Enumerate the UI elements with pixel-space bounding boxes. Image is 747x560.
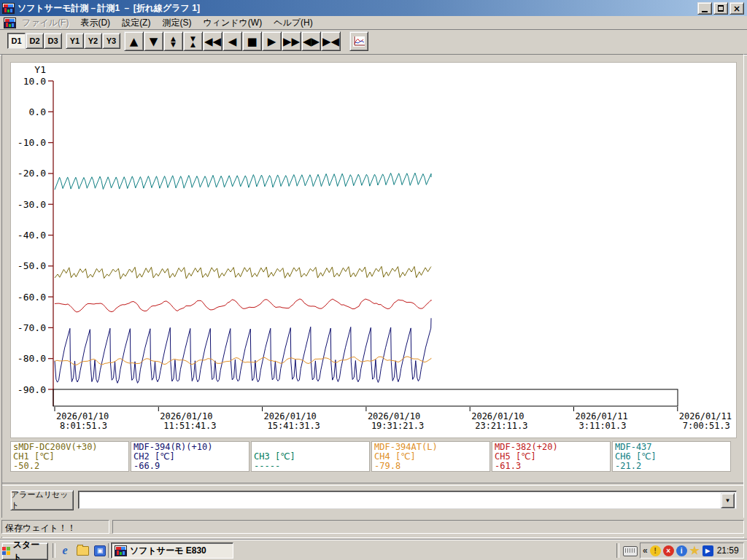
menu-measure[interactable]: 測定(S) bbox=[156, 16, 197, 30]
menu-file[interactable]: ファイル(F) bbox=[16, 16, 74, 30]
channel-value: -61.3 bbox=[495, 462, 608, 471]
menu-help[interactable]: ヘルプ(H) bbox=[268, 16, 319, 30]
legend-ch6: MDF-437 CH6 [℃] -21.2 bbox=[612, 441, 731, 472]
svg-text:0.0: 0.0 bbox=[29, 106, 46, 117]
close-button[interactable]: × bbox=[729, 2, 744, 15]
svg-text:10.0: 10.0 bbox=[23, 76, 46, 87]
separator bbox=[2, 483, 743, 486]
svg-text:-60.0: -60.0 bbox=[18, 292, 46, 303]
svg-text:8:01:51.3: 8:01:51.3 bbox=[60, 421, 107, 431]
folder-icon[interactable] bbox=[76, 544, 89, 557]
keyboard-icon[interactable] bbox=[623, 546, 638, 556]
svg-text:-70.0: -70.0 bbox=[18, 322, 46, 333]
menu-window[interactable]: ウィンドウ(W) bbox=[197, 16, 268, 30]
toolbar-scroll-down-button[interactable]: ▼ bbox=[144, 31, 163, 51]
taskbar: スタート e ▣ ソフトサーモ E830 « ! × i ★ ▶ 21:59 bbox=[0, 540, 747, 560]
channel-value: -79.8 bbox=[374, 462, 487, 471]
svg-text:3:11:01.3: 3:11:01.3 bbox=[579, 421, 627, 431]
channel-value: -50.2 bbox=[13, 462, 126, 471]
svg-text:-20.0: -20.0 bbox=[18, 168, 46, 179]
toolbar-expand-vertical-button[interactable]: ▲▼ bbox=[163, 31, 183, 51]
svg-text:2026/01/10: 2026/01/10 bbox=[160, 411, 212, 421]
chart-canvas: 10.00.0-10.0-20.0-30.0-40.0-50.0-60.0-70… bbox=[11, 63, 736, 438]
channel-legend: sMDF-DC200V(+30) CH1 [℃] -50.2 MDF-394(R… bbox=[10, 441, 737, 472]
line-chart[interactable]: 10.00.0-10.0-20.0-30.0-40.0-50.0-60.0-70… bbox=[10, 62, 737, 438]
legend-ch5: MDF-382(+20) CH5 [℃] -61.3 bbox=[492, 441, 611, 472]
toolbar-expand-horizontal-button[interactable]: ◀▶ bbox=[301, 31, 321, 51]
document-icon[interactable] bbox=[4, 18, 16, 28]
toolbar-compress-vertical-button[interactable]: ▼▲ bbox=[183, 31, 203, 51]
desktop-app-icon[interactable]: ▣ bbox=[93, 544, 107, 557]
channel-value: -21.2 bbox=[615, 462, 728, 471]
svg-text:2026/01/10: 2026/01/10 bbox=[471, 411, 524, 421]
channel-value: ----- bbox=[254, 462, 367, 471]
svg-text:2026/01/11: 2026/01/11 bbox=[679, 411, 732, 421]
svg-text:15:41:31.3: 15:41:31.3 bbox=[268, 421, 320, 431]
svg-text:-30.0: -30.0 bbox=[18, 199, 46, 210]
alarm-reset-button[interactable]: アラームリセット bbox=[10, 490, 74, 510]
toolbar-step-back-button[interactable]: ◀ bbox=[222, 31, 242, 51]
menu-settings[interactable]: 設定(Z) bbox=[116, 16, 156, 30]
security-alert-icon[interactable]: × bbox=[663, 545, 674, 556]
star-icon[interactable]: ★ bbox=[689, 545, 700, 556]
collapse-chevrons-icon[interactable]: « bbox=[643, 545, 648, 556]
svg-text:19:31:21.3: 19:31:21.3 bbox=[371, 421, 424, 431]
restore-button[interactable] bbox=[713, 2, 728, 15]
minimize-button[interactable] bbox=[697, 2, 712, 15]
alarm-combobox[interactable]: ▼ bbox=[78, 491, 737, 509]
taskbar-separator bbox=[616, 543, 619, 558]
svg-text:-40.0: -40.0 bbox=[18, 230, 46, 241]
svg-text:2026/01/10: 2026/01/10 bbox=[56, 411, 109, 421]
status-message: 保存ウェイト！！ bbox=[1, 520, 109, 534]
window-title: ソフトサーモ計測－計測1 － [折れ線グラフ 1] bbox=[18, 2, 200, 15]
toolbar-y3-button[interactable]: Y3 bbox=[102, 33, 120, 49]
toolbar-scroll-up-button[interactable]: ▲ bbox=[124, 31, 144, 51]
svg-text:-80.0: -80.0 bbox=[18, 353, 46, 364]
task-button-softthermo[interactable]: ソフトサーモ E830 bbox=[111, 542, 233, 559]
svg-text:7:00:51.3: 7:00:51.3 bbox=[683, 421, 730, 431]
svg-text:-50.0: -50.0 bbox=[18, 260, 46, 271]
legend-ch3: CH3 [℃] ----- bbox=[251, 441, 370, 472]
svg-text:-10.0: -10.0 bbox=[18, 137, 46, 148]
legend-ch2: MDF-394(R)(+10) CH2 [℃] -66.9 bbox=[131, 441, 249, 472]
toolbar-stop-button[interactable]: ■ bbox=[242, 31, 262, 51]
toolbar-compress-horizontal-button[interactable]: ▶◀ bbox=[321, 31, 341, 51]
toolbar-y2-button[interactable]: Y2 bbox=[84, 33, 102, 49]
svg-text:-90.0: -90.0 bbox=[18, 384, 46, 395]
graph-window-client: 10.00.0-10.0-20.0-30.0-40.0-50.0-60.0-70… bbox=[1, 54, 744, 538]
app-icon bbox=[2, 3, 15, 14]
menu-bar: ファイル(F) 表示(D) 設定(Z) 測定(S) ウィンドウ(W) ヘルプ(H… bbox=[0, 16, 747, 30]
info-balloon-icon[interactable]: i bbox=[676, 545, 687, 556]
taskbar-separator bbox=[53, 543, 55, 558]
svg-text:11:51:41.3: 11:51:41.3 bbox=[163, 421, 216, 431]
svg-text:23:21:11.3: 23:21:11.3 bbox=[475, 421, 527, 431]
svg-text:Y1: Y1 bbox=[34, 64, 46, 75]
app-icon bbox=[115, 545, 127, 556]
menu-view[interactable]: 表示(D) bbox=[74, 16, 116, 30]
windows-logo-icon bbox=[2, 547, 11, 556]
toolbar-fast-rewind-button[interactable]: ◀◀ bbox=[203, 31, 222, 51]
system-tray: « ! × i ★ ▶ 21:59 bbox=[640, 542, 744, 559]
media-play-icon[interactable]: ▶ bbox=[703, 545, 713, 556]
start-button[interactable]: スタート bbox=[1, 542, 48, 560]
title-bar: ソフトサーモ計測－計測1 － [折れ線グラフ 1] × bbox=[0, 0, 747, 16]
toolbar-d3-button[interactable]: D3 bbox=[44, 33, 62, 49]
security-warning-icon[interactable]: ! bbox=[650, 545, 661, 556]
alarm-combobox-value bbox=[82, 494, 720, 505]
toolbar-fast-forward-button[interactable]: ▶▶ bbox=[282, 31, 301, 51]
internet-explorer-icon[interactable]: e bbox=[58, 544, 71, 557]
chevron-down-icon[interactable]: ▼ bbox=[721, 493, 735, 508]
svg-text:2026/01/10: 2026/01/10 bbox=[368, 411, 420, 421]
toolbar-line-graph-button[interactable] bbox=[349, 31, 368, 51]
toolbar-d2-button[interactable]: D2 bbox=[26, 33, 44, 49]
svg-text:2026/01/10: 2026/01/10 bbox=[264, 411, 317, 421]
toolbar-step-forward-button[interactable]: ▶ bbox=[262, 31, 282, 51]
desktop: ソフトサーモ計測－計測1 － [折れ線グラフ 1] × ファイル(F) 表示(D… bbox=[0, 0, 747, 560]
legend-ch1: sMDF-DC200V(+30) CH1 [℃] -50.2 bbox=[10, 441, 129, 472]
channel-value: -66.9 bbox=[133, 462, 247, 471]
legend-ch4: MDF-394AT(L) CH4 [℃] -79.8 bbox=[371, 441, 490, 472]
status-panel-2 bbox=[112, 520, 744, 534]
toolbar-d1-button[interactable]: D1 bbox=[7, 33, 26, 49]
toolbar-y1-button[interactable]: Y1 bbox=[66, 33, 84, 49]
taskbar-clock: 21:59 bbox=[717, 545, 739, 556]
